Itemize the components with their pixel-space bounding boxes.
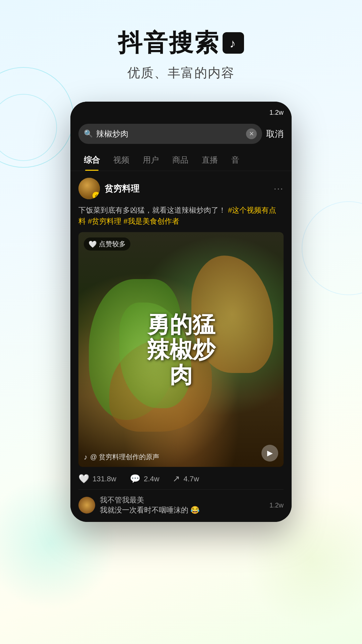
shares-count: 4.7w bbox=[183, 475, 199, 483]
tab-bar: 综合 视频 用户 商品 直播 音 bbox=[70, 149, 292, 171]
audio-text: @ 贫穷料理创作的原声 bbox=[90, 452, 159, 462]
more-options-button[interactable]: ··· bbox=[274, 183, 284, 194]
tab-综合[interactable]: 综合 bbox=[77, 149, 107, 171]
video-overlay-text: 勇的猛辣椒炒肉 bbox=[89, 312, 274, 387]
tab-视频[interactable]: 视频 bbox=[107, 149, 136, 171]
phone-mockup: 1.2w 🔍 辣椒炒肉 ✕ 取消 综合 视频 用户 商品 bbox=[0, 102, 362, 522]
app-subtitle: 优质、丰富的内容 bbox=[0, 64, 362, 82]
phone-screen: 1.2w 🔍 辣椒炒肉 ✕ 取消 综合 视频 用户 商品 bbox=[70, 102, 292, 522]
svg-text:♪: ♪ bbox=[230, 37, 237, 50]
share-icon: ↗ bbox=[173, 474, 180, 484]
audio-bar: ♪ @ 贫穷料理创作的原声 bbox=[84, 452, 159, 462]
search-query[interactable]: 辣椒炒肉 bbox=[96, 128, 243, 139]
comments-count: 2.4w bbox=[144, 475, 159, 483]
comment-section: 我不管我最美 我就没一次看时不咽唾沫的 😂 1.2w bbox=[78, 490, 284, 515]
hashtag-2[interactable]: #贫穷料理 bbox=[88, 217, 121, 225]
shares-stat[interactable]: ↗ 4.7w bbox=[173, 474, 199, 484]
heart-icon: 🤍 bbox=[88, 240, 97, 248]
hashtag-3[interactable]: #我是美食创作者 bbox=[124, 217, 179, 225]
avatar[interactable]: ✓ bbox=[78, 178, 100, 199]
content-area: ✓ 贫穷料理 ··· 下饭菜到底有多凶猛，就看这道辣椒炒肉了！ #这个视频有点料… bbox=[70, 171, 292, 522]
search-input-container[interactable]: 🔍 辣椒炒肉 ✕ bbox=[78, 124, 262, 144]
status-bar: 1.2w bbox=[70, 102, 292, 118]
commenter-name[interactable]: 我不管我最美 bbox=[100, 495, 199, 505]
tiktok-mini-icon: ♪ bbox=[84, 453, 87, 462]
username[interactable]: 贫穷料理 bbox=[105, 183, 139, 195]
time-display: 1.2w bbox=[269, 109, 284, 116]
commenter-avatar bbox=[78, 497, 95, 514]
user-info: ✓ 贫穷料理 bbox=[78, 178, 139, 199]
search-icon: 🔍 bbox=[84, 129, 93, 138]
tab-用户[interactable]: 用户 bbox=[136, 149, 166, 171]
comment-text: 我就没一次看时不咽唾沫的 😂 bbox=[100, 505, 199, 515]
like-badge: 🤍 点赞较多 bbox=[84, 237, 130, 251]
stats-row: 🤍 131.8w 💬 2.4w ↗ 4.7w bbox=[78, 467, 284, 490]
user-row: ✓ 贫穷料理 ··· bbox=[78, 178, 284, 199]
clear-search-button[interactable]: ✕ bbox=[246, 128, 257, 139]
tiktok-icon: ♪ bbox=[223, 32, 244, 54]
play-button[interactable]: ▶ bbox=[261, 445, 278, 462]
cancel-button[interactable]: 取消 bbox=[266, 128, 284, 140]
comment-count: 1.2w bbox=[269, 501, 284, 509]
comment-content: 我不管我最美 我就没一次看时不咽唾沫的 😂 bbox=[100, 495, 199, 515]
verified-badge: ✓ bbox=[93, 192, 100, 199]
likes-count: 131.8w bbox=[93, 475, 116, 483]
app-title: 抖音搜索 ♪ bbox=[0, 27, 362, 59]
header: 抖音搜索 ♪ 优质、丰富的内容 bbox=[0, 0, 362, 95]
tab-商品[interactable]: 商品 bbox=[166, 149, 195, 171]
heart-icon: 🤍 bbox=[78, 474, 89, 484]
comment-icon: 💬 bbox=[130, 474, 140, 484]
post-description: 下饭菜到底有多凶猛，就看这道辣椒炒肉了！ #这个视频有点料 #贫穷料理 #我是美… bbox=[78, 205, 284, 227]
tab-音[interactable]: 音 bbox=[225, 149, 246, 171]
comments-stat[interactable]: 💬 2.4w bbox=[130, 474, 159, 484]
search-bar: 🔍 辣椒炒肉 ✕ 取消 bbox=[70, 118, 292, 149]
tab-直播[interactable]: 直播 bbox=[195, 149, 225, 171]
likes-stat[interactable]: 🤍 131.8w bbox=[78, 474, 116, 484]
video-thumbnail[interactable]: 🤍 点赞较多 勇的猛辣椒炒肉 ♪ @ 贫穷料理创作的原声 ▶ bbox=[78, 232, 284, 467]
